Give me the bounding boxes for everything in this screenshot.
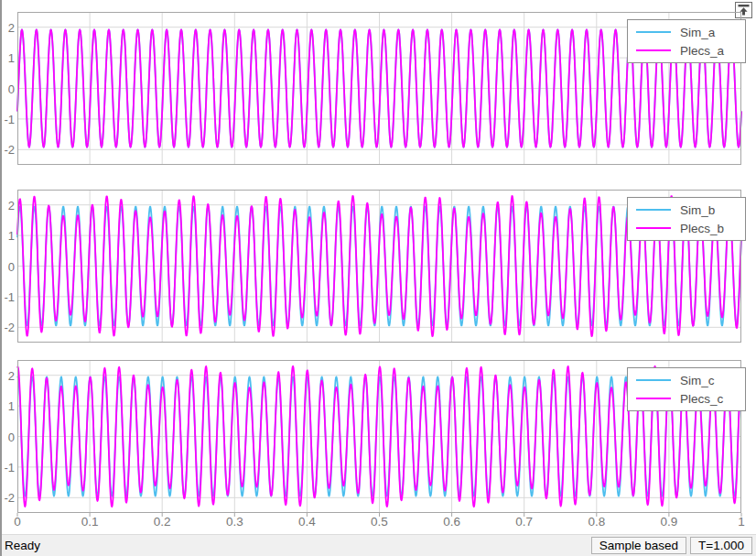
x-tick-label: 0.9 (651, 515, 687, 529)
legend-label: Plecs_c (680, 392, 723, 406)
x-tick-label: 0.3 (216, 515, 253, 529)
x-tick-label: 0.6 (434, 515, 470, 529)
scope-window: 210-1-2 Sim_a Plecs_a 210-1-2 Sim_b Plec… (0, 0, 756, 556)
y-tick-label: 2 (1, 21, 15, 35)
y-tick-label: -1 (1, 461, 15, 474)
status-text: Ready (5, 539, 40, 552)
legend-line-sample (636, 398, 671, 399)
legend-line-sample (636, 379, 671, 381)
legend-label: Sim_c (680, 374, 715, 387)
y-tick-label: 0 (1, 260, 15, 274)
axes-phase-b[interactable]: 210-1-2 Sim_b Plecs_b (17, 190, 741, 343)
x-tick-label: 0.7 (506, 515, 543, 529)
legend-entry[interactable]: Sim_a (628, 23, 745, 41)
x-tick-label: 0.4 (288, 515, 325, 529)
legend-label: Sim_b (680, 203, 715, 217)
legend-label: Plecs_a (680, 44, 724, 58)
x-axis-tick-labels: 00.10.20.30.40.50.60.70.80.91 (2, 515, 756, 529)
y-tick-label: 1 (1, 399, 15, 413)
x-tick-label: 0.5 (362, 515, 398, 529)
y-tick-label: -2 (1, 491, 15, 505)
y-tick-label: 0 (1, 431, 15, 444)
y-tick-label: -1 (1, 290, 15, 304)
y-tick-label: 1 (1, 51, 15, 65)
axes-phase-c[interactable]: 210-1-2 Sim_c Plecs_c (17, 360, 741, 513)
legend-phase-a[interactable]: Sim_a Plecs_a (627, 19, 746, 63)
legend-entry[interactable]: Plecs_c (628, 389, 745, 408)
legend-entry[interactable]: Sim_b (628, 201, 745, 219)
legend-line-sample (636, 31, 671, 33)
x-tick-label: 0.1 (71, 515, 108, 529)
legend-entry[interactable]: Plecs_b (628, 219, 745, 237)
y-tick-label: 2 (1, 369, 15, 383)
legend-entry[interactable]: Sim_c (628, 371, 745, 389)
legend-entry[interactable]: Plecs_a (628, 41, 745, 60)
y-tick-label: 2 (1, 199, 15, 213)
x-tick-label: 0.2 (144, 515, 180, 529)
legend-label: Sim_a (680, 26, 715, 39)
legend-phase-c[interactable]: Sim_c Plecs_c (627, 367, 746, 411)
y-tick-label: 0 (1, 82, 15, 96)
legend-line-sample (636, 49, 671, 51)
status-bar: Ready Sample based T=1.000 (2, 534, 756, 556)
x-tick-label: 0.8 (578, 515, 615, 529)
y-tick-label: -2 (1, 321, 15, 334)
time-indicator: T=1.000 (690, 537, 752, 554)
legend-line-sample (636, 209, 671, 211)
legend-line-sample (636, 227, 671, 229)
y-tick-label: -1 (1, 113, 15, 126)
x-tick-label: 0 (0, 515, 36, 529)
y-tick-label: 1 (1, 229, 15, 243)
legend-label: Plecs_b (680, 222, 724, 235)
sample-mode-indicator: Sample based (591, 537, 686, 554)
legend-phase-b[interactable]: Sim_b Plecs_b (627, 197, 746, 241)
x-tick-label: 1 (723, 515, 756, 529)
axes-phase-a[interactable]: 210-1-2 Sim_a Plecs_a (17, 12, 741, 165)
y-tick-label: -2 (1, 143, 15, 157)
